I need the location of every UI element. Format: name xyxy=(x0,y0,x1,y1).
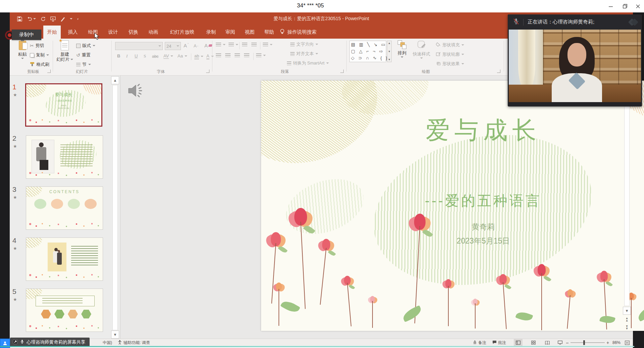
comments-toggle[interactable]: 批注 xyxy=(492,339,506,346)
shadow-button[interactable]: S xyxy=(144,53,146,59)
audio-speaker-icon[interactable] xyxy=(126,82,144,101)
animation-star-icon[interactable]: ★ xyxy=(13,246,17,251)
tab-insert[interactable]: 插入 xyxy=(64,26,82,39)
animation-star-icon[interactable]: ★ xyxy=(13,195,17,200)
increase-indent-button[interactable] xyxy=(251,43,257,46)
reset-button[interactable]: ↺重置 xyxy=(76,52,91,58)
canvas-scroll-down[interactable]: ▼ xyxy=(623,307,631,315)
slide-title-text[interactable]: 爱与成长 xyxy=(261,114,644,146)
tab-view[interactable]: 视图 xyxy=(241,26,258,39)
highlight-button[interactable]: ab xyxy=(194,53,203,59)
zoom-slider-track[interactable] xyxy=(571,342,605,343)
speaker-video-overlay[interactable]: 正在讲话：心理咨询师黄奇莉; 心理咨询师黄奇莉 xyxy=(508,14,642,106)
animation-star-icon[interactable]: ★ xyxy=(13,92,17,97)
shape-outline-button[interactable]: 形状轮廓 xyxy=(436,51,464,57)
tab-slideshow[interactable]: 幻灯片放映 xyxy=(165,26,200,39)
section-button[interactable]: 节 xyxy=(76,61,91,68)
line-spacing-button[interactable] xyxy=(263,43,273,46)
bullets-button[interactable] xyxy=(216,43,226,46)
slide-thumbnail-2[interactable] xyxy=(26,135,103,179)
slide-thumbnail-5[interactable] xyxy=(26,289,103,332)
tab-animations[interactable]: 动画 xyxy=(145,26,162,39)
font-color-button[interactable]: A xyxy=(206,53,214,59)
tab-design[interactable]: 设计 xyxy=(104,26,122,39)
zoom-slider-thumb[interactable] xyxy=(583,340,585,345)
previous-slide-button[interactable]: ▲▲ xyxy=(623,316,631,323)
change-case-button[interactable]: Aa xyxy=(178,53,187,58)
slide[interactable]: 爱与成长 ---爱的五种语言 黄奇莉 2023年5月15日 xyxy=(261,81,644,331)
animation-star-icon[interactable]: ★ xyxy=(13,144,17,149)
shape-gallery-scrollbar[interactable]: ▲▼▼ xyxy=(387,41,392,62)
paragraph-dialog-launcher[interactable] xyxy=(340,70,344,73)
mic-muted-icon[interactable] xyxy=(513,18,519,26)
quick-styles-button[interactable]: 快速样式 xyxy=(411,40,432,59)
zoom-out-button[interactable]: − xyxy=(566,339,569,346)
tab-home[interactable]: 开始 xyxy=(43,26,61,39)
restore-button[interactable] xyxy=(619,2,631,11)
smartart-icon xyxy=(287,61,291,65)
slide-subtitle-text[interactable]: ---爱的五种语言 xyxy=(261,191,644,210)
normal-view-button[interactable] xyxy=(514,339,523,346)
paste-button[interactable]: 粘贴 xyxy=(15,41,30,59)
zoom-level[interactable]: 86% xyxy=(612,339,621,346)
close-button[interactable] xyxy=(632,2,644,11)
slide-thumbnail-4[interactable] xyxy=(26,237,103,281)
tab-record[interactable]: 录制 xyxy=(203,26,219,39)
tab-help[interactable]: 帮助 xyxy=(261,26,278,39)
underline-button[interactable]: U xyxy=(135,53,138,58)
copy-button[interactable]: 复制 xyxy=(30,52,49,58)
zoom-in-button[interactable]: + xyxy=(606,339,609,346)
font-size-combo[interactable]: 24 xyxy=(165,42,181,50)
clear-format-button[interactable]: A xyxy=(204,43,212,48)
bold-button[interactable]: B xyxy=(117,53,120,58)
panel-scroll-down[interactable]: ▼ xyxy=(111,331,119,339)
panel-scrollbar[interactable] xyxy=(112,85,118,330)
animation-star-icon[interactable]: ★ xyxy=(13,297,17,302)
shape-gallery[interactable]: ▤ ▥ ╲ ↘ ▭ ○ ▢ △ ⌐ ¬ ⇨ ⇩ ◇ ⊃ ∩ ∿ { } xyxy=(349,41,386,62)
next-slide-button[interactable]: ▼▼ xyxy=(623,324,631,331)
char-spacing-button[interactable]: AV xyxy=(163,53,173,59)
canvas-scrollbar[interactable] xyxy=(624,85,630,306)
minimize-button[interactable] xyxy=(605,2,616,11)
decrease-indent-button[interactable] xyxy=(242,43,247,46)
new-slide-button[interactable]: ★ 新建 幻灯片 xyxy=(55,40,74,62)
clipboard-dialog-launcher[interactable] xyxy=(47,70,51,73)
format-painter-button[interactable]: 格式刷 xyxy=(30,61,49,68)
grow-font-button[interactable]: Aˆ xyxy=(184,43,189,48)
screen-share-banner[interactable]: 心理咨询师黄奇莉的屏幕共享 xyxy=(10,338,90,347)
language-status[interactable]: 中国) xyxy=(103,339,112,346)
strikethrough-button[interactable]: abc xyxy=(152,54,158,59)
shape-effects-button[interactable]: 形状效果 xyxy=(436,61,464,67)
shrink-font-button[interactable]: Aˇ xyxy=(194,43,198,49)
smartart-button[interactable]: 转换为 SmartArt xyxy=(287,60,329,66)
font-dialog-launcher[interactable] xyxy=(206,70,209,73)
slideshow-view-button[interactable] xyxy=(556,339,564,346)
notes-toggle[interactable]: 备注 xyxy=(473,339,486,346)
align-text-button[interactable]: 对齐文本 xyxy=(290,51,318,57)
text-direction-button[interactable]: 文字方向 xyxy=(290,41,318,47)
tab-transitions[interactable]: 切换 xyxy=(125,26,142,39)
font-name-combo[interactable] xyxy=(115,42,163,50)
align-center-button[interactable] xyxy=(225,53,231,57)
cut-button[interactable]: ✂剪切 xyxy=(30,43,44,49)
reading-view-button[interactable] xyxy=(543,339,552,346)
layout-button[interactable]: 版式 xyxy=(76,43,95,49)
justify-button[interactable] xyxy=(244,53,249,57)
arrange-button[interactable]: 排列 xyxy=(394,40,410,58)
slide-sorter-view-button[interactable] xyxy=(529,339,538,346)
drawing-dialog-launcher[interactable] xyxy=(497,70,500,73)
columns-button[interactable] xyxy=(256,53,266,57)
accessibility-status[interactable]: 辅助功能: 调查 xyxy=(118,339,150,346)
italic-button[interactable]: I xyxy=(126,53,128,59)
shape-fill-button[interactable]: 形状填充 xyxy=(436,42,464,48)
tab-review[interactable]: 审阅 xyxy=(222,26,239,39)
tell-me-search[interactable]: 操作说明搜索 xyxy=(280,26,316,39)
align-left-button[interactable] xyxy=(216,53,221,57)
align-right-button[interactable] xyxy=(235,53,240,57)
slide-author-text[interactable]: 黄奇莉 xyxy=(261,222,644,232)
panel-scroll-up[interactable]: ▲ xyxy=(111,76,119,84)
slide-thumbnail-3[interactable]: CONTENTS xyxy=(26,186,103,230)
fit-slide-button[interactable] xyxy=(625,339,630,346)
slide-thumbnail-1[interactable]: 爱与成长 ---爱的五种语言 黄奇莉 2023年5月15日 xyxy=(25,83,102,127)
numbering-button[interactable] xyxy=(229,43,238,46)
